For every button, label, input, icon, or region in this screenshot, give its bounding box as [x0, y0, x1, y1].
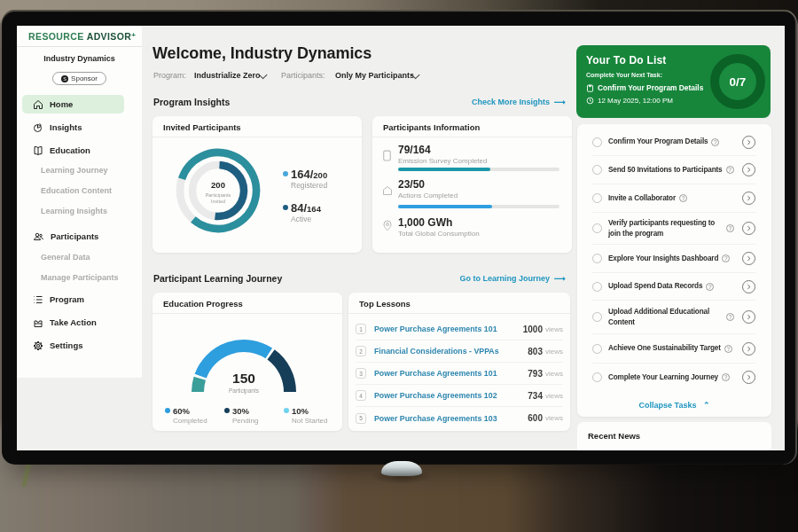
- svg-text:150: 150: [232, 371, 255, 386]
- svg-text:200: 200: [211, 180, 225, 190]
- svg-text:Participants: Participants: [229, 387, 260, 395]
- svg-text:Invited: Invited: [211, 199, 225, 204]
- svg-text:Participants: Participants: [206, 192, 231, 198]
